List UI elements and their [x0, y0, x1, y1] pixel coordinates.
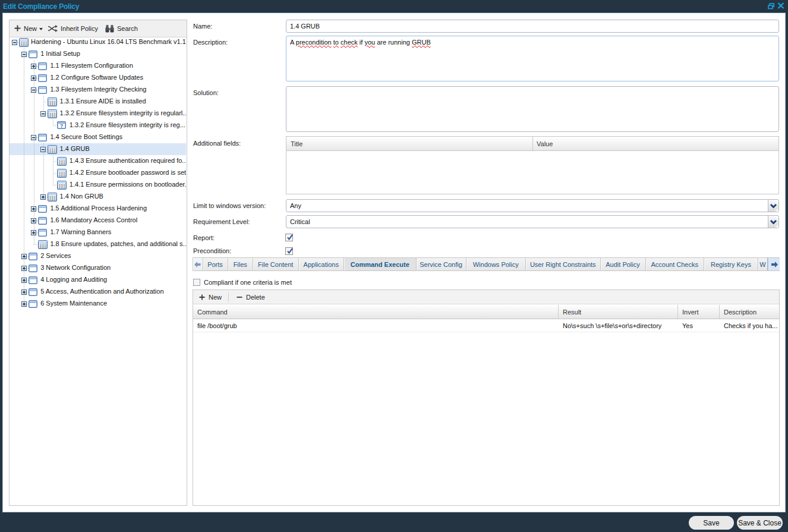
- svg-text:?: ?: [60, 123, 63, 129]
